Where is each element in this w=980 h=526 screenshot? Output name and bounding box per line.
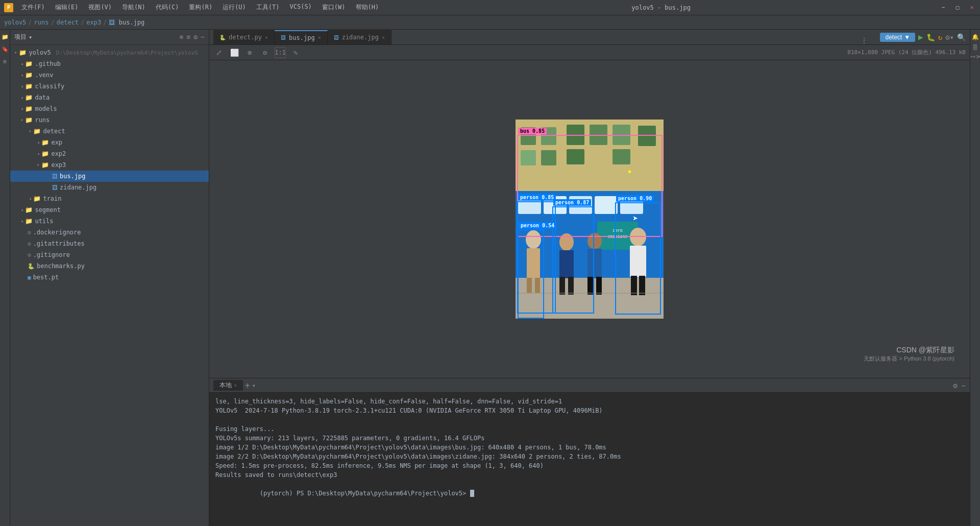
tree-item-gitattributes[interactable]: ⚙ .gitattributes (10, 238, 209, 249)
terminal-section: 本地 × + ▾ ⚙ − lse, line_thickness=3, hide… (209, 378, 970, 526)
left-toolbar: 📁 🔖 ⊞ (0, 30, 10, 526)
folder-icon: 📁 (41, 150, 49, 157)
breadcrumb-current-file: 🖼 bus.jpg (109, 19, 144, 26)
chevron-icon: ▸ (19, 62, 24, 65)
tree-item-label: .dockerignore (33, 229, 81, 236)
tree-item-gitignore[interactable]: ⚙ .gitignore (10, 249, 209, 260)
tab-zidane-jpg[interactable]: 🖼 zidane.jpg × (328, 30, 391, 44)
tree-item-segment[interactable]: ▸ 📁 segment (10, 204, 209, 216)
terminal-chevron[interactable]: ▾ (252, 382, 256, 389)
color-picker-button[interactable]: ✎ (290, 47, 301, 58)
breadcrumb-detect[interactable]: detect (57, 19, 79, 26)
right-tool-database[interactable]: 🗄 (972, 44, 978, 51)
run-more-button[interactable]: ⚙▾ (945, 33, 954, 41)
tree-item-zidane-jpg[interactable]: 🖼 zidane.jpg (10, 182, 209, 193)
folder-icon: 📁 (25, 206, 33, 213)
breadcrumb-exp3[interactable]: exp3 (86, 19, 101, 26)
terminal-line (215, 415, 964, 424)
menu-code[interactable]: 代码(C) (152, 2, 183, 13)
debug-button[interactable]: 🐛 (926, 33, 935, 41)
run-config-button[interactable]: detect ▼ (880, 33, 915, 42)
structure-icon[interactable]: ⊞ (1, 58, 9, 66)
bookmarks-icon[interactable]: 🔖 (1, 46, 9, 54)
terminal-settings-icon[interactable]: ⚙ (953, 381, 957, 390)
tree-item-exp2[interactable]: ▸ 📁 exp2 (10, 148, 209, 159)
gear-icon[interactable]: ⚙ (193, 33, 198, 41)
right-tool-notifications[interactable]: 🔔 (972, 34, 979, 40)
terminal-minimize-icon[interactable]: − (962, 381, 966, 390)
right-tool-assistant[interactable]: AI (970, 55, 981, 58)
terminal-add-button[interactable]: + (245, 380, 250, 390)
watermark-brand: CSDN @紫阡星影 (864, 346, 954, 355)
zoom-out-button[interactable]: ⊖ (259, 47, 271, 58)
chevron-icon: ▸ (19, 220, 24, 222)
terminal-prompt-line[interactable]: (pytorch) PS D:\Desktop\MyData\pycharm64… (215, 480, 964, 507)
project-icon[interactable]: 📁 (1, 34, 9, 42)
menu-tools[interactable]: 工具(T) (252, 2, 284, 13)
tree-item-exp[interactable]: ▸ 📁 exp (10, 137, 209, 148)
svg-rect-16 (595, 196, 618, 214)
terminal-tab-local[interactable]: 本地 × (213, 380, 243, 391)
tree-item-venv[interactable]: ▸ 📁 .venv (10, 69, 209, 81)
folder-icon: 📁 (33, 128, 41, 135)
close-button[interactable]: × (968, 4, 976, 12)
terminal-line: Results saved to runs\detect\exp3 (215, 470, 964, 480)
reload-button[interactable]: ↻ (938, 33, 942, 41)
menu-file[interactable]: 文件(F) (17, 2, 49, 13)
tree-root-yolov5[interactable]: ▾ 📁 yolov5 D:\Desktop\MyData\pycharm64\P… (10, 47, 209, 58)
tree-item-bus-jpg[interactable]: 🖼 bus.jpg (10, 171, 209, 182)
run-button[interactable]: ▶ (918, 32, 923, 42)
watermark-sub: 无默认服务器 > Python 3.8 (pytorch) (864, 355, 954, 363)
menu-run[interactable]: 运行(U) (218, 2, 250, 13)
svg-rect-29 (559, 277, 565, 295)
tree-item-github[interactable]: ▸ 📁 .github (10, 58, 209, 69)
tree-item-best-pt[interactable]: ▣ best.pt (10, 272, 209, 283)
tab-detect-py[interactable]: 🐍 detect.py × (213, 30, 275, 44)
tree-item-benchmarks-py[interactable]: 🐍 benchmarks.py (10, 260, 209, 272)
tree-item-models[interactable]: ▸ 📁 models (10, 103, 209, 114)
tree-item-runs[interactable]: ▾ 📁 runs (10, 114, 209, 126)
chevron-icon: ▸ (19, 74, 24, 76)
zoom-in-button[interactable]: ⊕ (244, 47, 255, 58)
tab-close-button[interactable]: × (382, 35, 385, 40)
tree-item-data[interactable]: ▸ 📁 data (10, 92, 209, 103)
tab-bus-jpg[interactable]: 🖼 bus.jpg × (275, 30, 328, 44)
terminal-line: image 2/2 D:\Desktop\MyData\pycharm64\Pr… (215, 452, 964, 461)
fit-width-button[interactable]: ⬜ (229, 47, 240, 58)
maximize-button[interactable]: □ (953, 4, 962, 12)
run-config-area: detect ▼ ▶ 🐛 ↻ ⚙▾ 🔍 (870, 32, 966, 42)
menu-window[interactable]: 窗口(W) (318, 2, 350, 13)
fit-page-button[interactable]: ⤢ (213, 47, 225, 58)
search-button[interactable]: 🔍 (957, 33, 966, 41)
tree-item-detect[interactable]: ▾ 📁 detect (10, 126, 209, 137)
panel-dropdown-icon[interactable]: ▾ (29, 34, 32, 41)
menu-view[interactable]: 视图(V) (84, 2, 116, 13)
image-view[interactable]: cero emisione ➤ (209, 60, 970, 378)
config-icon: ⚙ (28, 252, 31, 258)
tab-close-button[interactable]: × (318, 35, 321, 40)
menu-edit[interactable]: 编辑(E) (51, 2, 83, 13)
locate-icon[interactable]: ⊕ (180, 33, 184, 41)
zoom-1to1-button[interactable]: 1:1 (275, 47, 286, 58)
tree-item-dockerignore[interactable]: ⚙ .dockerignore (10, 227, 209, 238)
tab-label: zidane.jpg (342, 34, 379, 41)
menu-help[interactable]: 帮助(H) (352, 2, 383, 13)
tree-item-classify[interactable]: ▸ 📁 classify (10, 81, 209, 92)
terminal-tab-close[interactable]: × (234, 382, 237, 388)
panel-header-icons: ⊕ ≡ ⚙ − (180, 33, 205, 41)
terminal-tab-label: 本地 (219, 381, 232, 390)
minimize-button[interactable]: − (939, 4, 947, 12)
breadcrumb-runs[interactable]: runs (34, 19, 49, 26)
tab-close-button[interactable]: × (265, 35, 268, 40)
tree-item-train[interactable]: ▸ 📁 train (10, 193, 209, 204)
menu-vcs[interactable]: VCS(S) (286, 2, 316, 13)
menu-refactor[interactable]: 重构(R) (185, 2, 216, 13)
tab-more-icon[interactable]: ⋮ (861, 36, 868, 44)
tree-item-exp3[interactable]: ▾ 📁 exp3 (10, 159, 209, 171)
menu-navigate[interactable]: 导航(N) (118, 2, 150, 13)
minus-icon[interactable]: − (201, 33, 205, 41)
collapse-icon[interactable]: ≡ (187, 33, 191, 41)
breadcrumb-yolov5[interactable]: yolov5 (4, 19, 26, 26)
terminal-prompt: (pytorch) PS D:\Desktop\MyData\pycharm64… (260, 490, 470, 497)
tree-item-utils[interactable]: ▸ 📁 utils (10, 216, 209, 227)
